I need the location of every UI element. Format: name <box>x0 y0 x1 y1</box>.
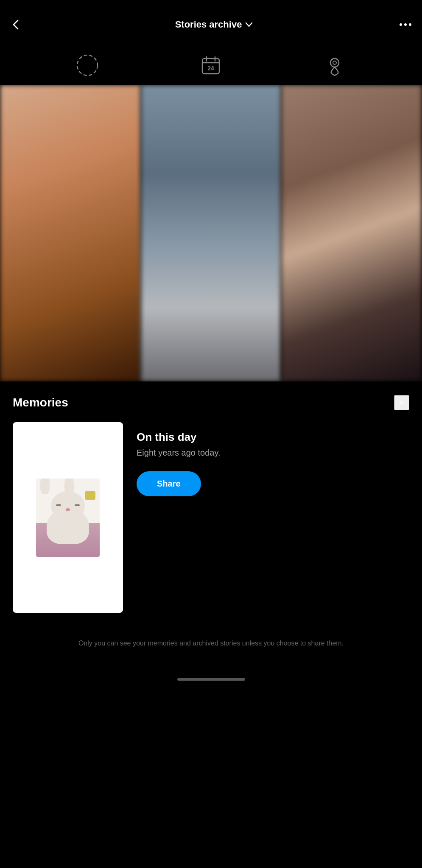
memories-title: Memories <box>13 396 68 409</box>
stories-grid <box>0 85 422 381</box>
svg-point-0 <box>400 23 402 26</box>
svg-point-2 <box>409 23 411 26</box>
years-ago-text: Eight years ago today. <box>137 448 409 458</box>
title-text: Stories archive <box>175 19 242 30</box>
header: Stories archive <box>0 0 422 49</box>
memory-card: On this day Eight years ago today. Share <box>13 422 409 613</box>
calendar-icon: 24 <box>199 53 223 77</box>
on-this-day-label: On this day <box>137 431 409 444</box>
svg-text:24: 24 <box>208 65 215 72</box>
back-button[interactable] <box>10 19 29 30</box>
svg-point-10 <box>333 61 336 64</box>
close-memories-button[interactable]: × <box>394 395 409 410</box>
home-indicator <box>0 670 422 693</box>
svg-point-3 <box>77 55 98 75</box>
page-title[interactable]: Stories archive <box>175 19 253 30</box>
story-thumbnail-2[interactable] <box>141 85 282 381</box>
svg-point-1 <box>404 23 407 26</box>
filter-icon-row: 24 <box>0 49 422 85</box>
memory-thumbnail[interactable] <box>13 422 123 613</box>
location-pin-icon <box>323 53 347 77</box>
memories-header: Memories × <box>13 395 409 410</box>
story-thumbnail-1[interactable] <box>0 85 141 381</box>
memories-section: Memories × <box>0 381 422 621</box>
stories-circle-icon <box>75 53 99 77</box>
story-thumbnail-3[interactable] <box>281 85 422 381</box>
chevron-down-icon <box>245 22 253 27</box>
privacy-note: Only you can see your memories and archi… <box>0 621 422 670</box>
stories-filter-button[interactable] <box>75 53 99 77</box>
memory-info: On this day Eight years ago today. Share <box>137 422 409 496</box>
more-options-button[interactable] <box>399 23 412 26</box>
location-filter-button[interactable] <box>323 53 347 77</box>
share-button[interactable]: Share <box>137 471 201 496</box>
calendar-filter-button[interactable]: 24 <box>199 53 223 77</box>
home-bar <box>177 678 245 681</box>
svg-point-9 <box>330 58 339 67</box>
